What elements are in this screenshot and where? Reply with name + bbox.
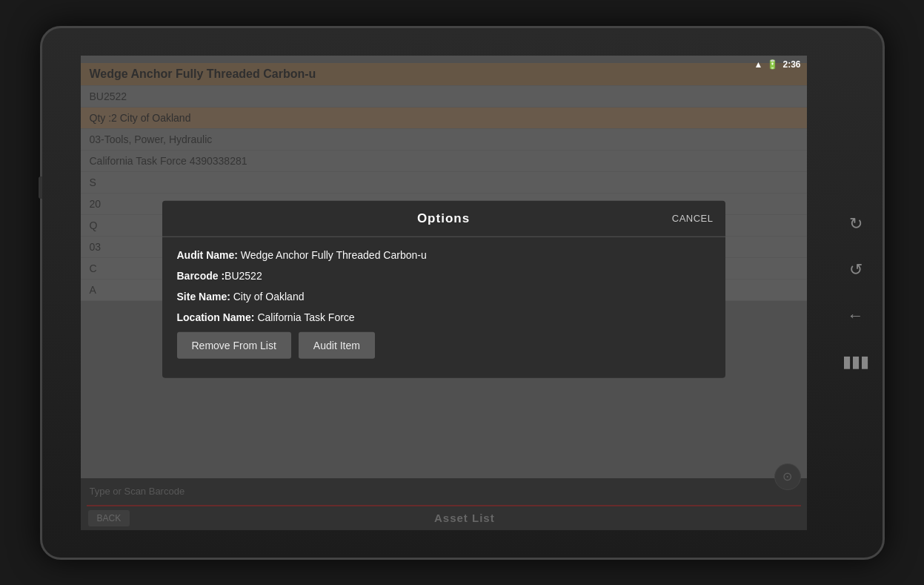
modal-title: Options: [417, 211, 470, 225]
back-arrow-icon[interactable]: ←: [848, 306, 864, 325]
audit-item-button[interactable]: Audit Item: [299, 331, 375, 358]
modal-body: Audit Name: Wedge Anchor Fully Threaded …: [162, 237, 725, 377]
site-name-line: Site Name: City of Oakland: [177, 290, 711, 302]
cancel-button[interactable]: CANCEL: [672, 213, 714, 224]
clock: 2:36: [782, 59, 800, 70]
modal-actions: Remove From List Audit Item: [177, 331, 711, 366]
battery-icon: 🔋: [767, 59, 778, 70]
location-name-line: Location Name: California Task Force: [177, 311, 711, 323]
side-navigation: ↻ ↺ ← ▮▮▮: [842, 214, 869, 371]
remove-from-list-button[interactable]: Remove From List: [177, 331, 291, 358]
barcode-line: Barcode :BU2522: [177, 269, 711, 281]
volume-button[interactable]: [39, 176, 42, 199]
audit-name-line: Audit Name: Wedge Anchor Fully Threaded …: [177, 248, 711, 260]
modal-header: Options CANCEL: [162, 200, 725, 237]
menu-icon[interactable]: ▮▮▮: [842, 352, 869, 371]
tablet-device: ↻ ↺ ← ▮▮▮ ▲ 🔋 2:36 Wedge Anchor Fully Th…: [40, 26, 885, 560]
options-modal: Options CANCEL Audit Name: Wedge Anchor …: [162, 200, 725, 377]
wifi-icon: ▲: [754, 59, 763, 70]
tablet-screen: ▲ 🔋 2:36 Wedge Anchor Fully Threaded Car…: [81, 56, 807, 530]
rotate-cw-icon[interactable]: ↻: [849, 214, 862, 234]
rotate-ccw-icon[interactable]: ↺: [849, 260, 862, 280]
status-bar: ▲ 🔋 2:36: [754, 56, 807, 73]
